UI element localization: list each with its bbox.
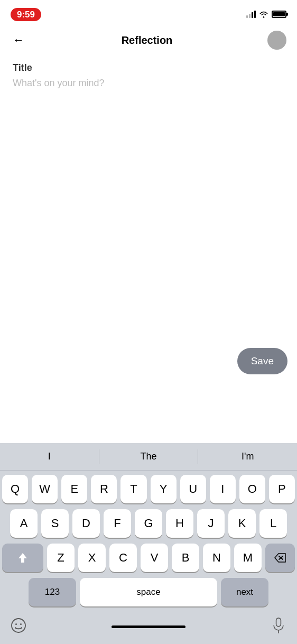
predictive-word-i[interactable]: I [0,447,99,466]
predictive-bar: I The I'm [0,443,297,471]
key-m[interactable]: M [234,544,262,572]
status-bar: 9:59 [0,0,297,26]
svg-marker-0 [18,553,27,563]
svg-point-4 [15,623,17,625]
avatar[interactable] [267,31,286,50]
key-d[interactable]: D [72,509,100,538]
keyboard: I The I'm Q W E R T Y U I O P A S D F G … [0,443,297,644]
save-button[interactable]: Save [237,348,287,374]
bottom-bar [0,614,297,639]
svg-point-3 [12,619,25,632]
key-z[interactable]: Z [47,544,75,572]
svg-rect-6 [276,618,281,627]
battery-icon [272,11,286,18]
key-i[interactable]: I [210,475,236,503]
svg-point-5 [20,623,22,625]
key-v[interactable]: V [141,544,168,572]
key-j[interactable]: J [197,509,225,538]
key-o[interactable]: O [239,475,265,503]
space-key[interactable]: space [80,578,217,606]
key-q[interactable]: Q [2,475,28,503]
content-area: Title What's on your mind? [0,54,297,97]
key-e[interactable]: E [61,475,87,503]
key-a[interactable]: A [10,509,38,538]
predictive-word-the[interactable]: The [99,447,198,466]
back-button[interactable]: ← [11,31,26,49]
nav-bar: ← Reflection [0,26,297,54]
key-row-1: Q W E R T Y U I O P [2,475,295,503]
key-t[interactable]: T [120,475,146,503]
key-b[interactable]: B [172,544,199,572]
key-u[interactable]: U [180,475,206,503]
wifi-icon [259,11,268,18]
key-p[interactable]: P [269,475,295,503]
key-n[interactable]: N [203,544,230,572]
status-icons [246,11,286,18]
backspace-key[interactable] [265,544,295,572]
key-f[interactable]: F [104,509,131,538]
home-indicator [112,621,185,630]
key-k[interactable]: K [228,509,256,538]
number-key[interactable]: 123 [29,578,76,606]
next-key[interactable]: next [221,578,268,606]
key-s[interactable]: S [41,509,69,538]
mic-icon[interactable] [270,617,287,634]
content-placeholder[interactable]: What's on your mind? [13,78,284,89]
key-c[interactable]: C [109,544,137,572]
key-row-3: Z X C V B N M [2,544,295,572]
key-row-2: A S D F G H J K L [2,509,295,538]
key-w[interactable]: W [32,475,58,503]
key-l[interactable]: L [259,509,287,538]
emoji-icon[interactable] [10,617,27,634]
home-indicator-bar [112,625,185,628]
signal-bars-icon [246,11,256,18]
key-y[interactable]: Y [151,475,177,503]
key-g[interactable]: G [135,509,162,538]
status-time: 9:59 [11,8,41,21]
page-title: Reflection [122,34,173,47]
shift-key[interactable] [2,544,43,572]
title-label: Title [13,62,284,73]
keys-area: Q W E R T Y U I O P A S D F G H J K L [0,471,297,614]
key-h[interactable]: H [166,509,193,538]
key-row-4: 123 space next [2,578,295,606]
key-r[interactable]: R [91,475,117,503]
key-x[interactable]: X [78,544,106,572]
predictive-word-im[interactable]: I'm [198,447,297,466]
